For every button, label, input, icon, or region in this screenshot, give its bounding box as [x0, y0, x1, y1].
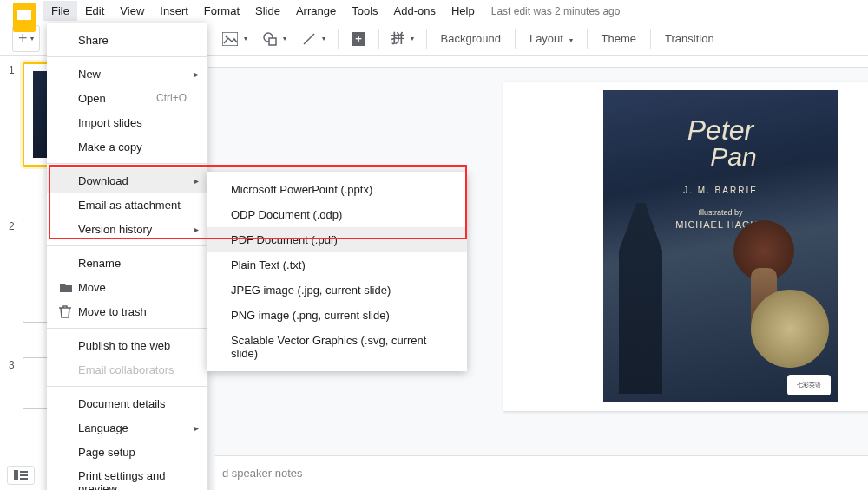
slide-canvas[interactable]: Peter Pan J. M. BARRIE Illustrated by MI…	[503, 82, 868, 411]
shape-icon	[263, 32, 277, 46]
menu-item-download[interactable]: Download	[47, 168, 207, 193]
download-pptx[interactable]: Microsoft PowerPoint (.pptx)	[207, 177, 467, 202]
menu-file[interactable]: File	[43, 1, 77, 21]
svg-text:+: +	[355, 32, 362, 45]
svg-rect-3	[269, 38, 276, 45]
download-txt[interactable]: Plain Text (.txt)	[207, 252, 467, 278]
line-tool[interactable]: ▾	[295, 28, 332, 50]
menu-slide[interactable]: Slide	[247, 1, 288, 21]
menu-item-language[interactable]: Language	[47, 415, 207, 440]
book-cover-image: Peter Pan J. M. BARRIE Illustrated by MI…	[603, 90, 838, 402]
menu-item-rename[interactable]: Rename	[47, 251, 207, 275]
cover-title-line2: Pan	[603, 144, 838, 170]
comment-tool[interactable]: +	[344, 27, 373, 51]
chevron-down-icon: ▾	[322, 35, 326, 42]
speaker-notes[interactable]: d speaker notes	[215, 455, 868, 490]
folder-icon	[59, 281, 78, 293]
download-png[interactable]: PNG image (.png, current slide)	[207, 303, 467, 328]
grid-tool[interactable]: 拼 ▾	[385, 26, 421, 51]
download-svg[interactable]: Scalable Vector Graphics (.svg, current …	[207, 328, 467, 366]
download-submenu: Microsoft PowerPoint (.pptx) ODP Documen…	[207, 172, 467, 371]
background-button[interactable]: Background	[432, 28, 510, 49]
theme-button[interactable]: Theme	[593, 28, 645, 49]
thumb-number: 3	[9, 357, 23, 409]
menu-item-page-setup[interactable]: Page setup	[47, 440, 207, 464]
menu-item-import-slides[interactable]: Import slides	[47, 110, 207, 134]
cover-illus-label: Illustrated by	[698, 208, 742, 217]
menu-view[interactable]: View	[112, 1, 152, 21]
line-icon	[302, 32, 316, 46]
svg-rect-10	[20, 478, 28, 480]
cover-author: J. M. BARRIE	[603, 186, 838, 195]
download-odp[interactable]: ODP Document (.odp)	[207, 202, 467, 227]
menu-addons[interactable]: Add-ons	[386, 1, 444, 21]
menu-item-publish-web[interactable]: Publish to the web	[47, 333, 207, 357]
menu-help[interactable]: Help	[444, 1, 483, 21]
menu-item-new[interactable]: New	[47, 62, 207, 86]
layout-button[interactable]: Layout ▾	[521, 28, 582, 49]
menu-item-print-settings[interactable]: Print settings and preview	[47, 464, 207, 490]
chevron-down-icon: ▾	[283, 35, 286, 42]
chevron-down-icon: ▾	[244, 35, 247, 42]
image-tool[interactable]: ▾	[215, 28, 254, 50]
app-logo[interactable]	[9, 2, 40, 33]
chevron-down-icon: ▾	[569, 36, 573, 44]
last-edit-link[interactable]: Last edit was 2 minutes ago	[491, 5, 621, 17]
menu-item-email-collab: Email collaborators	[47, 357, 207, 382]
menu-item-share[interactable]: Share	[47, 28, 207, 52]
svg-point-1	[225, 35, 227, 37]
menu-item-move[interactable]: Move	[47, 275, 207, 299]
menu-bar: File Edit View Insert Format Slide Arran…	[0, 0, 868, 23]
filmstrip-icon	[14, 470, 28, 480]
transition-button[interactable]: Transition	[656, 28, 723, 49]
download-pdf[interactable]: PDF Document (.pdf)	[207, 227, 467, 252]
download-jpeg[interactable]: JPEG image (.jpg, current slide)	[207, 278, 467, 303]
grid-icon: 拼	[391, 30, 404, 47]
menu-item-doc-details[interactable]: Document details	[47, 391, 207, 415]
menu-item-move-to-trash[interactable]: Move to trash	[47, 299, 207, 323]
menu-item-open[interactable]: OpenCtrl+O	[47, 86, 207, 110]
cover-title-line1: Peter	[687, 114, 753, 146]
horizontal-ruler	[208, 56, 868, 68]
chevron-down-icon: ▾	[411, 35, 414, 42]
filmstrip-toggle[interactable]	[7, 466, 35, 485]
chevron-down-icon: ▾	[30, 35, 34, 42]
menu-item-version-history[interactable]: Version history	[47, 217, 207, 241]
menu-edit[interactable]: Edit	[77, 1, 112, 21]
menu-format[interactable]: Format	[196, 1, 247, 21]
thumb-number: 2	[9, 219, 23, 323]
menu-item-make-copy[interactable]: Make a copy	[47, 134, 207, 159]
image-icon	[222, 32, 238, 46]
trash-icon	[59, 304, 78, 318]
svg-rect-9	[20, 474, 28, 476]
menu-tools[interactable]: Tools	[344, 1, 385, 21]
thumb-number: 1	[9, 62, 23, 167]
menu-item-email-attachment[interactable]: Email as attachment	[47, 193, 207, 217]
comment-icon: +	[351, 31, 366, 47]
svg-line-4	[304, 34, 314, 44]
svg-rect-8	[20, 471, 28, 473]
menu-insert[interactable]: Insert	[152, 1, 196, 21]
svg-rect-7	[14, 470, 18, 480]
file-menu-dropdown: Share New OpenCtrl+O Import slides Make …	[47, 23, 207, 490]
cover-badge: 七彩英语	[787, 375, 831, 395]
shape-tool[interactable]: ▾	[256, 28, 293, 50]
menu-arrange[interactable]: Arrange	[288, 1, 344, 21]
